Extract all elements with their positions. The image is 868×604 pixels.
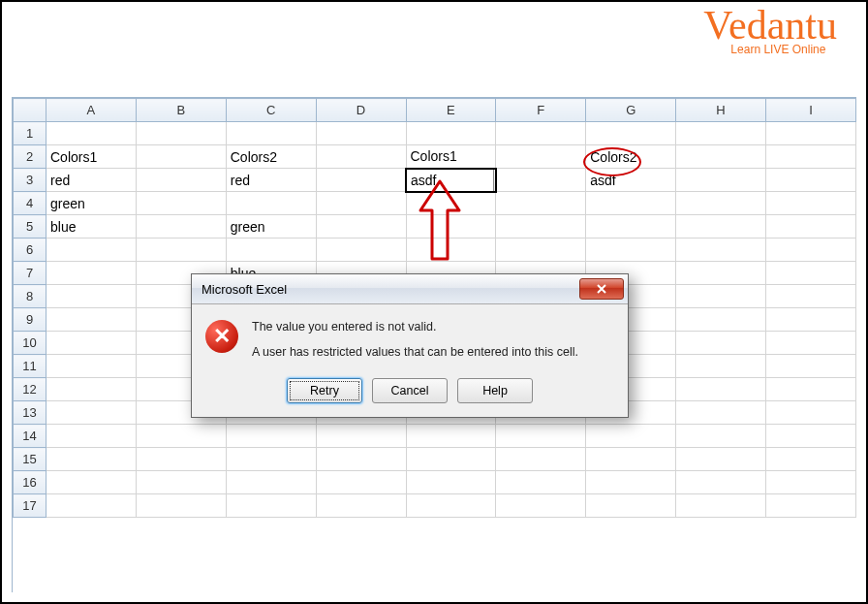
cell-I8[interactable] (766, 285, 856, 308)
cell-I7[interactable] (766, 262, 856, 285)
cell-B1[interactable] (136, 122, 226, 145)
cell-F5[interactable] (496, 215, 586, 238)
cell-F16[interactable] (496, 471, 586, 494)
cell-A15[interactable] (46, 448, 137, 471)
cell-F4[interactable] (496, 192, 586, 215)
cell-H16[interactable] (676, 471, 766, 494)
cell-B4[interactable] (136, 192, 226, 215)
cell-H7[interactable] (676, 262, 766, 285)
cell-B5[interactable] (136, 215, 226, 238)
cell-A17[interactable] (46, 494, 137, 518)
cell-A7[interactable] (46, 262, 137, 285)
cell-H10[interactable] (676, 332, 766, 355)
col-header-D[interactable]: D (316, 99, 406, 122)
cell-F2[interactable] (496, 145, 586, 169)
row-header-12[interactable]: 12 (14, 378, 46, 401)
col-header-B[interactable]: B (136, 99, 226, 122)
cell-E5[interactable] (406, 215, 496, 238)
cell-E6[interactable] (406, 238, 496, 262)
dropdown-arrow-icon[interactable]: ▼ (493, 169, 496, 192)
cell-H12[interactable] (676, 378, 766, 401)
cell-A5[interactable]: blue (46, 215, 137, 238)
row-header-5[interactable]: 5 (14, 215, 46, 238)
cell-H6[interactable] (676, 238, 766, 262)
cell-D5[interactable] (316, 215, 406, 238)
cell-H5[interactable] (676, 215, 766, 238)
cell-B15[interactable] (136, 448, 226, 471)
cell-G6[interactable] (586, 238, 676, 262)
cell-A9[interactable] (46, 308, 137, 332)
cell-E14[interactable] (406, 425, 496, 448)
cell-H15[interactable] (676, 448, 766, 471)
cell-H2[interactable] (676, 145, 766, 169)
cell-I1[interactable] (766, 122, 856, 145)
cell-C6[interactable] (226, 238, 316, 262)
cell-B2[interactable] (136, 145, 226, 169)
cell-E4[interactable] (406, 192, 496, 215)
retry-button[interactable]: Retry (287, 378, 362, 403)
cell-H4[interactable] (676, 192, 766, 215)
cell-A8[interactable] (46, 285, 137, 308)
cell-A6[interactable] (46, 238, 137, 262)
cell-H13[interactable] (676, 401, 766, 425)
cell-A2[interactable]: Colors1 (46, 145, 137, 169)
cell-B6[interactable] (136, 238, 226, 262)
cell-F3[interactable] (496, 169, 586, 192)
cell-E3[interactable]: asdf▼ (406, 169, 496, 192)
row-header-11[interactable]: 11 (14, 355, 46, 378)
cell-F15[interactable] (496, 448, 586, 471)
cell-G5[interactable] (586, 215, 676, 238)
cell-C17[interactable] (226, 494, 316, 518)
cell-D3[interactable] (316, 169, 406, 192)
col-header-H[interactable]: H (676, 99, 766, 122)
cell-G17[interactable] (586, 494, 676, 518)
col-header-C[interactable]: C (226, 99, 316, 122)
cell-G16[interactable] (586, 471, 676, 494)
cell-H9[interactable] (676, 308, 766, 332)
cell-C2[interactable]: Colors2 (226, 145, 316, 169)
cell-I5[interactable] (766, 215, 856, 238)
cell-C1[interactable] (226, 122, 316, 145)
cell-E1[interactable] (406, 122, 496, 145)
cell-F17[interactable] (496, 494, 586, 518)
cell-I15[interactable] (766, 448, 856, 471)
row-header-10[interactable]: 10 (14, 332, 46, 355)
col-header-I[interactable]: I (766, 99, 856, 122)
col-header-A[interactable]: A (46, 99, 137, 122)
row-header-2[interactable]: 2 (14, 145, 46, 169)
dialog-titlebar[interactable]: Microsoft Excel (192, 274, 628, 304)
cell-F14[interactable] (496, 425, 586, 448)
cell-A10[interactable] (46, 332, 137, 355)
col-header-E[interactable]: E (406, 99, 496, 122)
cell-G14[interactable] (586, 425, 676, 448)
cell-D1[interactable] (316, 122, 406, 145)
close-button[interactable] (579, 278, 624, 300)
cell-A16[interactable] (46, 471, 137, 494)
cell-I2[interactable] (766, 145, 856, 169)
cell-B17[interactable] (136, 494, 226, 518)
cell-I14[interactable] (766, 425, 856, 448)
cell-C4[interactable] (226, 192, 316, 215)
col-header-G[interactable]: G (586, 99, 676, 122)
row-header-6[interactable]: 6 (14, 238, 46, 262)
cell-G2[interactable]: Colors2 (586, 145, 676, 169)
cell-I16[interactable] (766, 471, 856, 494)
cell-I6[interactable] (766, 238, 856, 262)
row-header-3[interactable]: 3 (14, 169, 46, 192)
cell-H14[interactable] (676, 425, 766, 448)
cell-A1[interactable] (46, 122, 137, 145)
cell-A14[interactable] (46, 425, 137, 448)
cell-A12[interactable] (46, 378, 137, 401)
row-header-14[interactable]: 14 (14, 425, 46, 448)
cell-I3[interactable] (766, 169, 856, 192)
cell-I4[interactable] (766, 192, 856, 215)
cell-G4[interactable] (586, 192, 676, 215)
row-header-4[interactable]: 4 (14, 192, 46, 215)
row-header-7[interactable]: 7 (14, 262, 46, 285)
row-header-8[interactable]: 8 (14, 285, 46, 308)
cell-H11[interactable] (676, 355, 766, 378)
help-button[interactable]: Help (457, 378, 533, 403)
cell-I12[interactable] (766, 378, 856, 401)
cell-C14[interactable] (226, 425, 316, 448)
cell-B3[interactable] (136, 169, 226, 192)
